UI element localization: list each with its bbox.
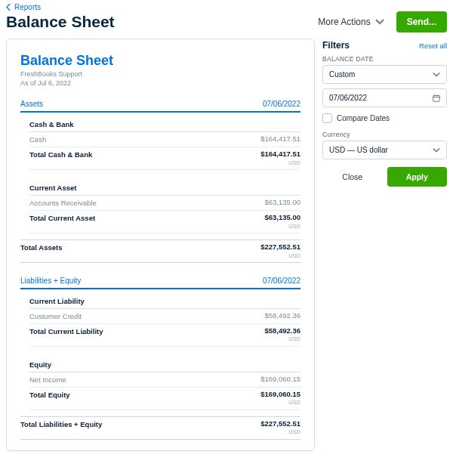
report-title: Balance Sheet — [20, 53, 300, 69]
reset-all-link[interactable]: Reset all — [419, 42, 447, 50]
compare-dates-row[interactable]: Compare Dates — [322, 113, 447, 123]
date-range-select[interactable]: Custom — [322, 65, 447, 84]
more-actions-button[interactable]: More Actions — [310, 12, 391, 32]
date-input[interactable]: 07/06/2022 — [322, 88, 447, 107]
breadcrumb-label: Reports — [14, 3, 41, 11]
report-subtitle: FreshBooks Support As of Jul 6, 2022 — [20, 70, 300, 88]
row-total-current-asset: Total Current Asset $63,135.00USD — [29, 211, 300, 233]
page-title: Balance Sheet — [6, 13, 310, 31]
report-card: Balance Sheet FreshBooks Support As of J… — [6, 39, 315, 451]
more-actions-label: More Actions — [318, 17, 370, 27]
filters-panel: Filters Reset all BALANCE DATE Custom 07… — [322, 39, 447, 187]
chevron-down-icon — [375, 19, 384, 25]
row-total-current-liability: Total Current Liability $58,492.36USD — [29, 324, 300, 347]
chevron-left-icon — [6, 4, 11, 11]
calendar-icon — [433, 94, 440, 102]
chevron-down-icon — [433, 147, 440, 154]
balance-date-label: BALANCE DATE — [322, 55, 447, 63]
section-liab-equity-header: Liabilities + Equity 07/06/2022 — [20, 274, 300, 289]
row-total-liab-equity: Total Liabilities + Equity $227,552.51US… — [20, 416, 300, 440]
compare-dates-label: Compare Dates — [337, 114, 390, 122]
row-cash: Cash $164,417.51 — [29, 132, 300, 147]
row-ar: Accounts Receivable $63,135.00 — [29, 196, 300, 211]
send-button[interactable]: Send... — [396, 11, 447, 32]
currency-label: Currency — [322, 131, 447, 138]
filters-title: Filters — [322, 40, 350, 51]
breadcrumb-reports[interactable]: Reports — [6, 3, 447, 11]
section-assets-header: Assets 07/06/2022 — [20, 97, 300, 113]
cash-bank-label: Cash & Bank — [29, 117, 300, 132]
current-liability-label: Current Liability — [29, 294, 300, 309]
close-button[interactable]: Close — [322, 167, 383, 187]
equity-label: Equity — [29, 357, 300, 372]
currency-select[interactable]: USD — US dollar — [322, 141, 447, 159]
row-net-income: Net Income $169,060.15 — [29, 372, 300, 388]
svg-rect-0 — [433, 95, 440, 101]
compare-dates-checkbox[interactable] — [322, 113, 332, 123]
apply-button[interactable]: Apply — [387, 167, 448, 187]
current-asset-label: Current Asset — [29, 181, 300, 196]
row-total-cash-bank: Total Cash & Bank $164,417.51USD — [29, 147, 300, 170]
row-total-assets: Total Assets $227,552.51USD — [20, 240, 300, 263]
chevron-down-icon — [433, 71, 440, 79]
row-total-equity: Total Equity $169,060.15USD — [29, 388, 300, 410]
row-customer-credit: Customer Credit $58,492.36 — [29, 309, 300, 324]
